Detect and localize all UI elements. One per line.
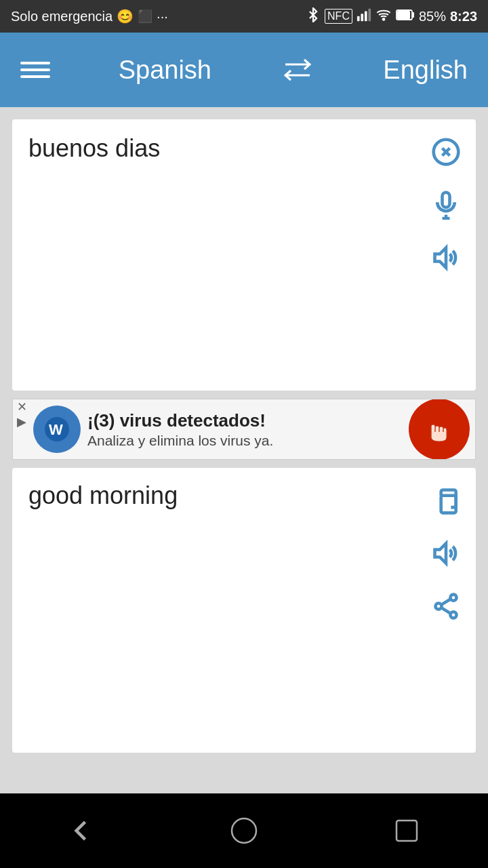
svg-rect-11 (443, 193, 450, 208)
speaker-output-button[interactable] (430, 537, 462, 570)
ad-title: ¡(3) virus detectados! (87, 410, 409, 431)
translation-icons (430, 481, 462, 739)
ad-text: ¡(3) virus detectados! Analiza y elimina… (87, 410, 409, 449)
ad-app-icon: W (33, 406, 81, 453)
svg-line-24 (441, 599, 450, 605)
input-icons (430, 133, 462, 377)
screenshot-icon: ⬛ (138, 9, 152, 24)
status-bar: Solo emergencia 😊 ⬛ ··· NFC (0, 0, 488, 33)
svg-point-22 (435, 603, 441, 609)
svg-rect-7 (397, 11, 410, 19)
input-card: buenos dias (12, 119, 476, 391)
nfc-icon: NFC (325, 9, 352, 24)
nav-bar (0, 793, 488, 868)
svg-rect-6 (412, 12, 414, 18)
battery-icon (396, 9, 415, 24)
svg-marker-14 (435, 248, 447, 267)
svg-point-26 (232, 818, 256, 843)
signal-icon (357, 7, 371, 26)
svg-point-23 (450, 612, 456, 618)
svg-point-4 (383, 18, 385, 20)
svg-rect-0 (357, 16, 360, 20)
ad-close-button[interactable]: ✕ (13, 399, 31, 414)
back-button[interactable] (54, 804, 108, 858)
svg-rect-19 (441, 496, 456, 513)
svg-marker-20 (435, 543, 447, 563)
svg-rect-1 (361, 14, 363, 21)
svg-rect-27 (396, 821, 417, 841)
copy-button[interactable] (430, 484, 462, 517)
svg-rect-3 (368, 8, 371, 20)
clear-button[interactable] (430, 136, 462, 168)
emoji-icon: 😊 (117, 8, 134, 24)
bluetooth-icon (306, 7, 321, 26)
svg-rect-2 (365, 11, 367, 21)
svg-line-25 (441, 608, 450, 613)
translated-text: good morning (28, 481, 419, 739)
menu-button[interactable] (20, 62, 50, 78)
more-icon: ··· (157, 9, 168, 24)
hand-svg (419, 409, 460, 450)
home-button[interactable] (217, 804, 271, 858)
battery-percent: 85% (419, 9, 446, 24)
speaker-input-button[interactable] (430, 241, 462, 274)
recent-apps-button[interactable] (380, 804, 434, 858)
time: 8:23 (450, 9, 477, 24)
wifi-icon (375, 7, 392, 26)
svg-point-21 (450, 595, 456, 601)
source-text-input[interactable]: buenos dias (28, 133, 419, 377)
ad-subtitle: Analiza y elimina los virus ya. (87, 433, 409, 449)
status-right: NFC 85% 8:23 (306, 7, 477, 26)
microphone-button[interactable] (430, 189, 462, 221)
app-bar: Spanish English (0, 33, 488, 107)
source-language[interactable]: Spanish (119, 56, 211, 85)
svg-text:W: W (49, 421, 63, 438)
notification-text: Solo emergencia (11, 9, 113, 24)
swap-languages-button[interactable] (280, 56, 315, 83)
ad-banner: ✕ ▶ W ¡(3) virus detectados! Analiza y e… (12, 399, 476, 460)
main-content: buenos dias (0, 107, 488, 793)
status-left: Solo emergencia 😊 ⬛ ··· (11, 8, 168, 24)
share-button[interactable] (430, 590, 462, 623)
ad-forward-button[interactable]: ▶ (13, 414, 31, 429)
translation-card: good morning (12, 468, 476, 753)
ad-close-area[interactable]: ✕ ▶ (13, 399, 31, 429)
target-language[interactable]: English (383, 56, 468, 85)
ad-hand-icon (409, 399, 470, 460)
